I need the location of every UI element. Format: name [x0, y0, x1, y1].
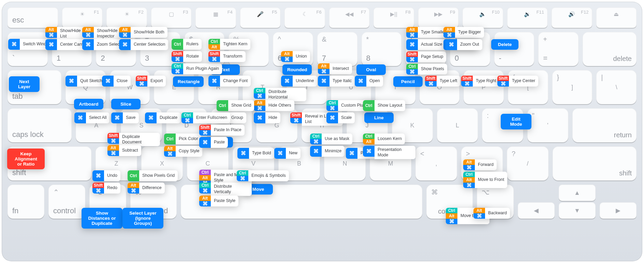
pill-delete: Delete: [491, 39, 518, 50]
key-F1: F1☀: [62, 7, 102, 28]
sc-v-block-0: Shift⌘Paste In Place: [199, 125, 245, 136]
sc-f3-1: ⌘Center Selection: [119, 39, 168, 50]
pill-select-layer: Select Layer (Ignore Groups): [122, 208, 163, 229]
sc-o-0: ⌘Open: [355, 76, 383, 87]
sc-union-0: Alt⌘Union: [281, 51, 310, 62]
sc-c-block-0: CtrlPick Color: [164, 134, 201, 144]
key-eject: ⏏: [596, 7, 636, 28]
key-R: R: [198, 70, 238, 104]
sc-emoji-0: Ctrl⌘Emojis & Symbols: [237, 170, 289, 181]
sc-y-block-0: CtrlAltTighten Kern: [208, 39, 250, 50]
sc-plus-block-0: Alt⌘Type Bigger: [443, 27, 484, 38]
key-F10: F10🔈: [463, 7, 503, 28]
key-F11: F11🔉: [507, 7, 547, 28]
pill-keep-align: Keep Alignment or Ratio: [7, 149, 45, 169]
pill-slice: Slice: [111, 99, 141, 109]
sc-s-0: ⌘Save: [111, 112, 139, 123]
sc-y-block-1: Shift⌘Transform: [208, 51, 246, 62]
pill-pencil: Pencil: [393, 76, 423, 87]
sc-r-block-1: Shift⌘Rotate: [172, 51, 202, 62]
key-U: U: [331, 70, 371, 104]
sc-u-0: ⌘Underline: [281, 76, 317, 87]
key-O: O: [420, 70, 460, 104]
sc-s2-0: Shift⌘Duplicate Document: [107, 133, 160, 146]
key-fn: fn: [8, 185, 44, 219]
sc-f3-0: Alt⌘Show/Hide Both: [119, 27, 167, 38]
sc-i-0: ⌘Type Italic: [318, 76, 355, 87]
sc-v2-1: Ctrl⌘Distribute Vertically: [199, 183, 252, 196]
sc-tl-0: Shift⌘Type Left: [425, 76, 460, 87]
sc-d-0: ⌘Duplicate: [145, 112, 180, 123]
sc-g-area-0: CtrlShow Grid: [217, 100, 254, 111]
sc-k-area-1: ⌘Scale: [326, 112, 355, 123]
sc-q-0: ⌘Quit Sketch: [65, 76, 105, 87]
sc-x-1: Alt⌘Difference: [128, 183, 165, 194]
sc-period-1: ⌘Presentation Mode: [363, 146, 415, 159]
key-F4: F4▦: [195, 7, 236, 28]
pill-oval: Oval: [356, 64, 386, 75]
pill-artboard: Artboard: [74, 99, 103, 109]
key-F7: F7◀◀: [329, 7, 369, 28]
sc-minus-block-0: Alt⌘Type Smaller: [406, 27, 449, 38]
sc-minus-block-3: Ctrl⌘Show Pixels: [406, 64, 447, 75]
key-/: ?/: [507, 146, 548, 181]
sc-tr-0: Shift⌘Type Right: [461, 76, 499, 87]
sc-m-block-1: ⌘Minimize: [310, 146, 345, 157]
key-arrow-up: ▲: [559, 185, 596, 201]
key-P: P: [464, 70, 504, 104]
sc-t-change-0: ⌘Change Font: [208, 76, 251, 87]
key-,: <,: [415, 146, 457, 181]
key-\: |\: [596, 70, 636, 104]
sc-v2-2: Alt⌘Paste Style: [199, 196, 238, 206]
pill-rounded: Rounded: [282, 64, 312, 75]
key-7: 7&: [317, 32, 357, 66]
key-F6: F6☾: [284, 7, 325, 28]
sc-n-0: ⌘New: [274, 148, 301, 159]
key-': "': [527, 108, 568, 142]
sc-b-0: ⌘Type Bold: [237, 148, 274, 159]
key-F12: F12🔊: [552, 7, 592, 28]
key-F3: F3▢: [151, 7, 191, 28]
key-L: L: [437, 108, 478, 142]
sc-period-0: CtrlAltLoosen Kern: [363, 134, 405, 144]
key-F8: F8▶||: [374, 7, 414, 28]
sc-e-0: Shift⌘Export: [136, 76, 166, 87]
sc-f-0: Ctrl⌘Enter Fullscreen: [181, 112, 230, 123]
sc-c-block-1: Alt⌘Copy Style: [164, 146, 202, 157]
key-return: return: [572, 108, 636, 142]
sc-r-block-0: CtrlRulers: [172, 39, 202, 50]
key-arrow-left: ◀: [518, 202, 555, 219]
pill-show-dist: Show Distances or Duplicate: [82, 208, 122, 229]
key-F2: F2☀: [106, 7, 147, 28]
key-arrow-down: ▼: [559, 202, 596, 219]
key-]: }]: [552, 70, 592, 104]
pill-edit-mode: Edit Mode: [501, 114, 531, 129]
sc-arr1-0: Alt⌘Forward: [463, 159, 497, 170]
pill-line: Line: [364, 112, 394, 123]
sc-z-1: Shift⌘Redo: [92, 183, 120, 194]
key-F9: F9▶▶: [418, 7, 458, 28]
key-capslock: caps lock: [8, 108, 72, 142]
sc-zoomout-0: ⌘Zoom Out: [445, 39, 482, 50]
sc-r-block-2: Ctrl⌘Run Plugin Again: [172, 63, 222, 74]
sc-m-block-0: Ctrl⌘Use as Mask: [310, 134, 352, 144]
sc-w-0: ⌘Close: [102, 76, 131, 87]
sc-z-0: ⌘Undo: [92, 170, 120, 181]
sc-intersect-0: Alt⌘Intersect: [318, 63, 352, 74]
sc-minus-block-1: ⌘Actual Size: [406, 39, 445, 50]
key-shift-r: shift: [553, 146, 636, 181]
key-[: {[: [508, 70, 548, 104]
sc-l-area-0: CtrlShow Layout: [363, 100, 405, 111]
sc-u-area-0: Ctrl⌘Distribute Horizontal: [254, 88, 306, 101]
key-F5: F5🎤: [240, 7, 280, 28]
pill-rectangle: Rectangle: [173, 76, 204, 87]
sc-v-block-1: ⌘Paste: [199, 137, 228, 148]
key-control: control⌃: [48, 185, 85, 219]
key-arrow-right: ▶: [600, 202, 636, 219]
sc-x-0: CtrlShow Pixels Grid: [128, 170, 178, 181]
key-esc: esc: [8, 7, 58, 28]
sc-tc-0: Shift⌘Type Center: [497, 76, 538, 87]
sc-arr1-1: CtrlAlt⌘Move to Front: [463, 172, 507, 188]
key-delete: delete: [583, 32, 636, 66]
pill-next-layer: Next Layer: [9, 76, 40, 92]
